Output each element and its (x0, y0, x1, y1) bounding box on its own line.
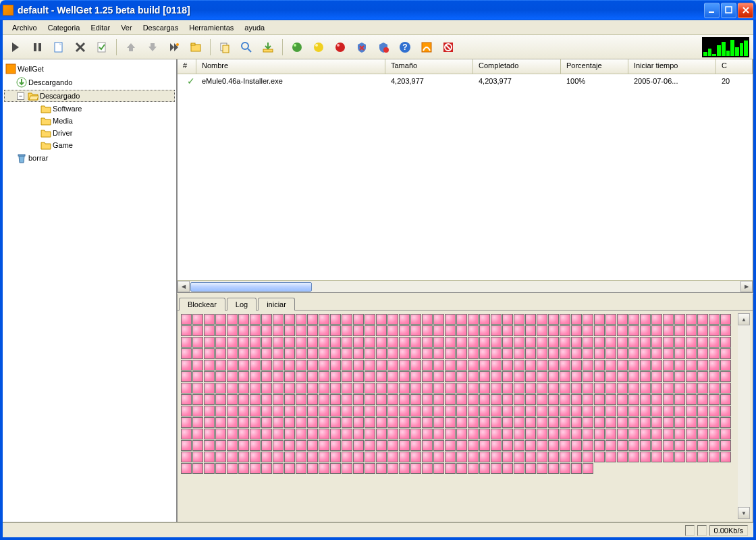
stop-button[interactable] (438, 37, 458, 57)
scroll-thumb[interactable] (190, 282, 312, 292)
block-cell (594, 371, 605, 382)
maximize-button[interactable] (721, 3, 736, 18)
open-button[interactable] (186, 37, 206, 57)
block-cell (433, 383, 444, 394)
block-cell (628, 417, 639, 428)
col-num[interactable]: # (178, 59, 196, 74)
status-red-icon[interactable] (330, 37, 350, 57)
block-cell (250, 325, 261, 336)
block-cell (238, 463, 249, 474)
status-yellow-icon[interactable] (308, 37, 329, 57)
block-cell (468, 406, 479, 416)
block-cell (250, 314, 261, 325)
col-nombre[interactable]: Nombre (196, 59, 385, 74)
tree-descargando[interactable]: Descargando (28, 78, 72, 86)
menu-ayuda[interactable]: ayuda (239, 22, 270, 33)
table-row[interactable]: ✓ eMule0.46a-Installer.exe 4,203,977 4,2… (178, 74, 753, 88)
block-cell (560, 337, 570, 348)
block-cell (445, 417, 456, 428)
download-button[interactable] (258, 37, 278, 57)
app-button[interactable] (416, 37, 437, 57)
tree-media[interactable]: Media (4, 115, 175, 126)
collapse-toggle[interactable]: − (17, 92, 24, 100)
block-cell (514, 325, 524, 336)
category-tree[interactable]: WellGet Descargando − Descargado Softwar… (3, 59, 177, 522)
shield-info-button[interactable] (373, 37, 394, 57)
col-c[interactable]: C (716, 59, 753, 74)
block-cell (628, 406, 639, 416)
delete-button[interactable] (70, 37, 90, 57)
tab-blockear[interactable]: Blockear (179, 298, 225, 310)
block-cell (720, 314, 731, 325)
pause-button[interactable] (27, 37, 47, 57)
new-button[interactable] (49, 37, 69, 57)
shield-x-button[interactable] (352, 37, 372, 57)
scroll-down-button[interactable]: ▼ (738, 507, 750, 519)
col-porcentaje[interactable]: Porcentaje (561, 59, 628, 74)
col-completado[interactable]: Completado (473, 59, 561, 74)
move-button[interactable] (164, 37, 184, 57)
svg-point-11 (242, 43, 248, 49)
scroll-right-button[interactable]: ▶ (740, 281, 753, 292)
minimize-button[interactable] (704, 3, 720, 18)
block-cell (468, 383, 479, 394)
scroll-left-button[interactable]: ◀ (178, 281, 190, 292)
col-tamano[interactable]: Tamaño (385, 59, 473, 74)
block-cell (307, 406, 318, 416)
down-button[interactable] (142, 37, 163, 57)
block-cell (387, 394, 398, 405)
up-button[interactable] (121, 37, 141, 57)
tree-descargado[interactable]: − Descargado (4, 90, 175, 102)
block-cell (548, 348, 559, 359)
play-button[interactable] (5, 37, 26, 57)
menu-ver[interactable]: Ver (115, 22, 138, 33)
tree-driver[interactable]: Driver (4, 128, 175, 138)
block-cell (594, 348, 605, 359)
tab-log[interactable]: Log (227, 298, 256, 310)
block-cell (456, 463, 467, 474)
tree-software[interactable]: Software (4, 103, 175, 114)
block-cell (433, 417, 444, 428)
block-cell (273, 383, 284, 394)
block-cell (399, 337, 410, 348)
menu-herramientas[interactable]: Herramientas (184, 22, 239, 33)
status-green-icon[interactable] (287, 37, 307, 57)
block-cell (537, 383, 547, 394)
block-cell (307, 371, 318, 382)
block-cell (273, 394, 284, 405)
menu-descargas[interactable]: Descargas (138, 22, 184, 33)
menu-categoria[interactable]: Categoria (43, 22, 86, 33)
horizontal-scrollbar[interactable]: ◀ ▶ (178, 280, 753, 292)
vertical-scrollbar[interactable]: ▲ ▼ (738, 313, 750, 519)
tree-borrar[interactable]: borrar (4, 152, 175, 164)
block-cell (502, 463, 513, 474)
block-cell (583, 383, 593, 394)
scroll-up-button[interactable]: ▲ (738, 313, 750, 325)
menu-editar[interactable]: Editar (85, 22, 115, 33)
block-cell (640, 348, 651, 359)
block-cell (364, 360, 375, 371)
block-cell (433, 337, 444, 348)
block-cell (548, 463, 559, 474)
block-cell (651, 440, 662, 451)
block-cell (192, 360, 203, 371)
svg-rect-10 (223, 45, 229, 53)
tree-game[interactable]: Game (4, 140, 175, 151)
close-button[interactable] (738, 3, 753, 18)
copy-button[interactable] (215, 37, 235, 57)
block-cell (628, 348, 639, 359)
check-button[interactable] (92, 37, 112, 57)
block-cell (502, 429, 513, 439)
block-cell (410, 337, 421, 348)
menu-archivo[interactable]: Archivo (7, 22, 43, 33)
block-cell (296, 371, 306, 382)
block-cell (686, 314, 697, 325)
block-cell (548, 314, 559, 325)
help-button[interactable]: ? (395, 37, 415, 57)
block-cell (238, 337, 249, 348)
block-cell (422, 429, 433, 439)
col-iniciar[interactable]: Iniciar tiempo (628, 59, 716, 74)
tree-root[interactable]: WellGet (18, 65, 44, 73)
tab-iniciar[interactable]: iniciar (258, 298, 295, 310)
search-button[interactable] (236, 37, 256, 57)
